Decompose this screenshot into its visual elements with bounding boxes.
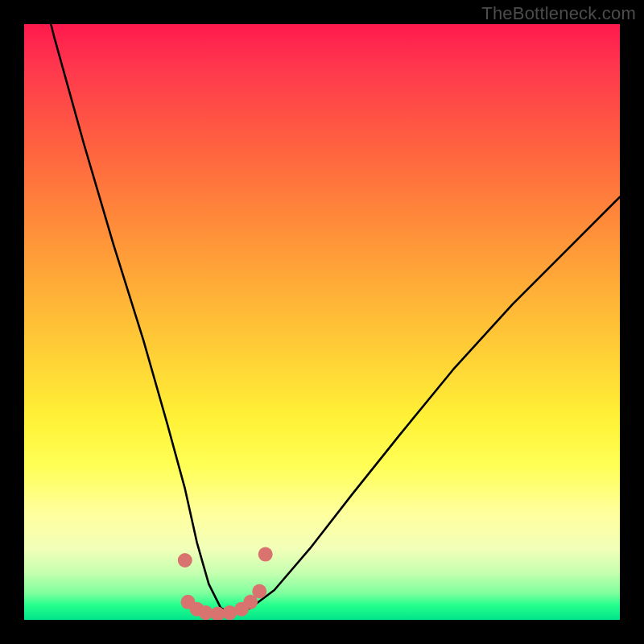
watermark-text: TheBottleneck.com: [481, 3, 636, 24]
highlight-markers: [178, 547, 273, 620]
chart-frame: TheBottleneck.com: [0, 0, 644, 644]
bottleneck-curve: [24, 24, 620, 614]
plot-area: [24, 24, 620, 620]
highlight-dot: [258, 547, 273, 562]
highlight-dot: [252, 584, 266, 599]
curve-layer: [24, 24, 620, 620]
highlight-dot: [178, 553, 192, 568]
